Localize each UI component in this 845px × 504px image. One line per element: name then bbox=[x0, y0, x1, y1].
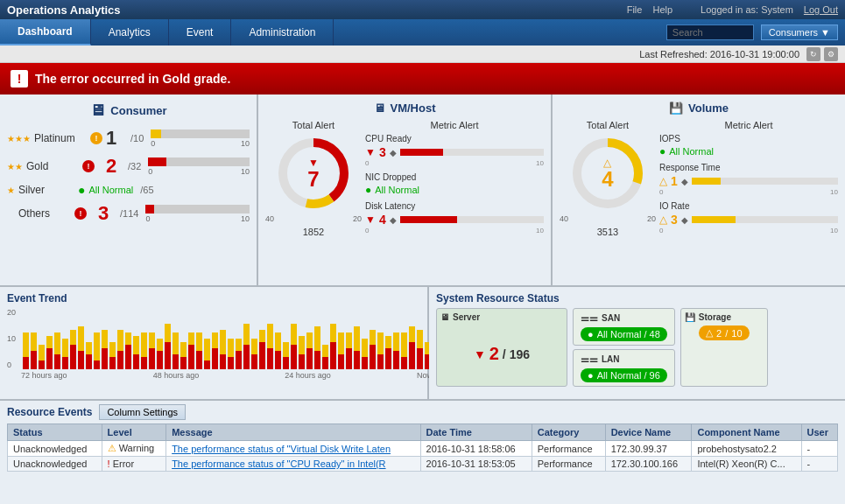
chart-bar bbox=[46, 336, 53, 370]
last-refreshed: Last Refreshed: 2016-10-31 19:00:00 bbox=[639, 49, 799, 60]
san-normal-badge: ● All Normal / 48 bbox=[581, 327, 667, 341]
chart-bar bbox=[86, 342, 92, 370]
vm-header: 🖥 VM/Host bbox=[265, 102, 544, 115]
chart-bar bbox=[251, 339, 257, 369]
cell-datetime: 2016-10-31 18:58:06 bbox=[420, 441, 532, 457]
chart-bar bbox=[109, 342, 116, 370]
tab-administration[interactable]: Administration bbox=[231, 19, 334, 46]
metric-disk-latency: Disk Latency ▼ 4 ◆ 010 bbox=[365, 201, 544, 234]
count-others: 3 bbox=[90, 202, 116, 225]
chart-bar bbox=[283, 342, 289, 370]
storage-icon: 💾 bbox=[685, 312, 695, 322]
column-settings-button[interactable]: Column Settings bbox=[99, 404, 186, 420]
chart-bar bbox=[409, 326, 415, 369]
search-input[interactable] bbox=[666, 24, 754, 40]
logout-button[interactable]: Log Out bbox=[804, 4, 838, 15]
consumer-icon: 🖥 bbox=[89, 102, 105, 120]
lan-normal-dot: ● bbox=[588, 370, 594, 381]
storage-inner: △ 2 / 10 bbox=[685, 326, 764, 340]
table-header-row: Status Level Message Date Time Category … bbox=[8, 424, 838, 441]
cell-datetime: 2016-10-31 18:53:05 bbox=[420, 457, 532, 472]
bar-gold: 010 bbox=[148, 158, 250, 176]
cell-category: Performance bbox=[532, 457, 605, 472]
chart-bar bbox=[94, 332, 100, 369]
label-others: Others bbox=[18, 207, 71, 220]
col-component: Component Name bbox=[692, 424, 801, 441]
lan-box: ⚌⚌ LAN ● All Normal / 96 bbox=[573, 349, 675, 387]
chart-bar bbox=[70, 330, 76, 370]
volume-header: 💾 Volume bbox=[560, 102, 838, 115]
nav-tabs: Dashboard Analytics Event Administration bbox=[0, 19, 334, 46]
chart-bar bbox=[141, 332, 147, 369]
col-datetime: Date Time bbox=[420, 424, 532, 441]
consumers-button[interactable]: Consumers ▼ bbox=[761, 24, 838, 40]
cell-component: Intel(R) Xeon(R) C... bbox=[692, 457, 801, 472]
alert-exclamation-icon: ! bbox=[11, 70, 28, 88]
chart-bar bbox=[31, 332, 37, 369]
chart-bar bbox=[39, 345, 45, 369]
metric-response-time: Response Time △ 1 ◆ 010 bbox=[659, 163, 838, 196]
volume-donut: △ 4 bbox=[568, 134, 647, 213]
cell-status: Unacknowledged bbox=[8, 441, 102, 457]
y-axis: 20 10 0 bbox=[7, 308, 16, 369]
cell-message[interactable]: The performance status of "Virtual Disk … bbox=[166, 441, 420, 457]
consumer-row-gold: ★★ Gold ! 2 /32 010 bbox=[7, 155, 250, 178]
chart-bar bbox=[393, 332, 399, 369]
vm-volume-inner: 🖥 VM/Host Total Alert bbox=[258, 94, 845, 285]
volume-total-number: 3513 bbox=[597, 227, 618, 237]
tab-dashboard[interactable]: Dashboard bbox=[0, 19, 91, 46]
volume-icon: 💾 bbox=[669, 102, 683, 115]
chart-bar bbox=[370, 330, 376, 370]
table-row: Unacknowledged ⚠ Warning The performance… bbox=[8, 441, 838, 457]
events-body: Unacknowledged ⚠ Warning The performance… bbox=[8, 441, 838, 472]
error-icon: ! bbox=[108, 458, 113, 469]
vm-metric-col: Metric Alert CPU Ready ▼ 3 ◆ bbox=[365, 120, 544, 278]
cell-message[interactable]: The performance status of "CPU Ready" in… bbox=[166, 457, 420, 472]
chart-bar bbox=[212, 332, 218, 369]
chart-bar bbox=[220, 330, 226, 370]
vm-gauge-labels: 4020 bbox=[265, 214, 362, 223]
event-chart-area: 20 10 0 72 hours ago 48 hours ago 24 hou… bbox=[7, 308, 420, 380]
consumer-row-silver: ★ Silver ● All Normal /65 bbox=[7, 183, 250, 197]
chart-bar bbox=[362, 339, 368, 369]
lan-normal-badge: ● All Normal / 96 bbox=[581, 368, 667, 382]
chart-bar bbox=[78, 326, 84, 369]
tab-event[interactable]: Event bbox=[169, 19, 232, 46]
badge-others: ! bbox=[74, 207, 87, 220]
chart-bar bbox=[180, 342, 187, 370]
chart-bar bbox=[275, 332, 281, 369]
refresh-icon[interactable]: ↻ bbox=[806, 47, 820, 61]
server-icon: 🖥 bbox=[440, 312, 449, 322]
events-toolbar: Resource Events Column Settings bbox=[7, 404, 838, 420]
metric-iops: IOPS ● All Normal bbox=[659, 134, 838, 158]
vm-metrics-row: Total Alert ▼ 7 bbox=[265, 120, 544, 278]
chart-bar bbox=[377, 332, 384, 369]
chart-bar bbox=[157, 339, 163, 369]
menu-file[interactable]: File bbox=[627, 4, 643, 15]
count-gold: 2 bbox=[98, 155, 124, 178]
storage-box: 💾 Storage △ 2 / 10 bbox=[680, 308, 768, 387]
stars-platinum: ★★★ bbox=[7, 134, 31, 144]
san-box: ⚌⚌ SAN ● All Normal / 48 bbox=[573, 308, 675, 346]
chart-bar bbox=[188, 332, 194, 369]
menu-help[interactable]: Help bbox=[652, 4, 672, 15]
san-icon: ⚌⚌ bbox=[581, 312, 598, 324]
cell-status: Unacknowledged bbox=[8, 457, 102, 472]
event-trend-panel: Event Trend 20 10 0 72 hours ago 48 hour… bbox=[0, 287, 429, 399]
chart-bar bbox=[267, 324, 273, 370]
consumer-panel: 🖥 Consumer ★★★ Platinum ! 1 /10 010 ★★ G… bbox=[0, 94, 258, 285]
chart-bar bbox=[322, 345, 328, 369]
server-title: 🖥 Server bbox=[440, 312, 563, 322]
events-table: Status Level Message Date Time Category … bbox=[7, 424, 838, 472]
app-title: Operations Analytics bbox=[7, 4, 121, 17]
chart-bar bbox=[62, 339, 68, 369]
chart-bar bbox=[165, 324, 171, 370]
col-level: Level bbox=[102, 424, 166, 441]
resource-row: 🖥 Server ▼ 2 / 196 bbox=[436, 308, 838, 387]
settings-icon[interactable]: ⚙ bbox=[824, 47, 838, 61]
metric-io-rate: IO Rate △ 3 ◆ 010 bbox=[659, 201, 838, 234]
chart-bar bbox=[173, 332, 179, 369]
tab-analytics[interactable]: Analytics bbox=[91, 19, 169, 46]
chart-bar bbox=[23, 332, 29, 369]
label-silver: Silver bbox=[18, 184, 71, 196]
